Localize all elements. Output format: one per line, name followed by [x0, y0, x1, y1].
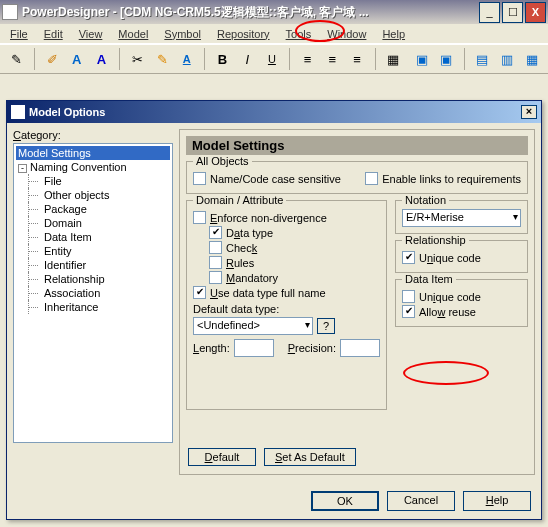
tb-pen-icon[interactable]: ✎ [152, 48, 173, 70]
toolbar: ✎ ✐ A A ✂ ✎ A B I U ≡ ≡ ≡ ▦ ▣ ▣ ▤ ▥ ▦ [0, 44, 548, 74]
menu-edit[interactable]: Edit [38, 26, 69, 42]
label-mandatory: Mandatory [226, 272, 278, 284]
menu-model[interactable]: Model [112, 26, 154, 42]
close-button[interactable]: X [525, 2, 546, 23]
tb-win4-icon[interactable]: ▥ [496, 48, 517, 70]
checkbox-check[interactable] [209, 241, 222, 254]
label-use-full-name: Use data type full name [210, 287, 326, 299]
tree-relationship[interactable]: Relationship [16, 272, 170, 286]
tb-bold-icon[interactable]: B [212, 48, 233, 70]
tb-align-center-icon[interactable]: ≡ [322, 48, 343, 70]
tb-font-a2-icon[interactable]: A [91, 48, 112, 70]
menu-symbol[interactable]: Symbol [158, 26, 207, 42]
menu-window[interactable]: Window [321, 26, 372, 42]
tb-win5-icon[interactable]: ▦ [521, 48, 542, 70]
group-title: Data Item [402, 273, 456, 285]
label-data-type: Data type [226, 227, 273, 239]
checkbox-data-type[interactable]: ✔ [209, 226, 222, 239]
checkbox-mandatory[interactable] [209, 271, 222, 284]
checkbox-name-code[interactable] [193, 172, 206, 185]
ok-button[interactable]: OK [311, 491, 379, 511]
checkbox-use-full-name[interactable]: ✔ [193, 286, 206, 299]
tb-brush-icon[interactable]: ✐ [42, 48, 63, 70]
tree-other-objects[interactable]: Other objects [16, 188, 170, 202]
checkbox-rules[interactable] [209, 256, 222, 269]
label-length: Length: [193, 342, 230, 354]
default-data-type-select[interactable]: <Undefined> [193, 317, 313, 335]
tb-win1-icon[interactable]: ▣ [411, 48, 432, 70]
separator [289, 48, 290, 70]
group-title: Relationship [402, 234, 469, 246]
section-heading: Model Settings [186, 136, 528, 155]
tree-entity[interactable]: Entity [16, 244, 170, 258]
tb-italic-icon[interactable]: I [237, 48, 258, 70]
help-button[interactable]: Help [463, 491, 531, 511]
checkbox-enforce[interactable] [193, 211, 206, 224]
tb-align-right-icon[interactable]: ≡ [347, 48, 368, 70]
label-enforce: Enforce non-divergence [210, 212, 327, 224]
menu-help[interactable]: Help [376, 26, 411, 42]
label-name-code: Name/Code case sensitive [210, 173, 341, 185]
menubar: File Edit View Model Symbol Repository T… [0, 24, 548, 44]
tree-package[interactable]: Package [16, 202, 170, 216]
precision-input[interactable] [340, 339, 380, 357]
dialog-footer: OK Cancel Help [311, 491, 531, 511]
tb-underline2-icon[interactable]: U [262, 48, 283, 70]
window-title: PowerDesigner - [CDM NG-CRM5.5逻辑模型::客户域,… [22, 4, 477, 21]
notation-select[interactable]: E/R+Merise [402, 209, 521, 227]
app-icon [2, 4, 18, 20]
model-options-dialog: Model Options × Category: Model Settings… [6, 100, 542, 520]
group-title: Domain / Attribute [193, 194, 286, 206]
tb-pointer-icon[interactable]: ✎ [6, 48, 27, 70]
label-enable-links: Enable links to requirements [382, 173, 521, 185]
default-button[interactable]: Default [188, 448, 256, 466]
group-title: Notation [402, 194, 449, 206]
tb-font-a1-icon[interactable]: A [66, 48, 87, 70]
label-allow-reuse: Allow reuse [419, 306, 476, 318]
tb-grid-icon[interactable]: ▦ [382, 48, 403, 70]
separator [204, 48, 205, 70]
help-type-button[interactable]: ? [317, 318, 335, 334]
tb-align-left-icon[interactable]: ≡ [297, 48, 318, 70]
category-tree[interactable]: Model Settings -Naming Convention File O… [13, 143, 173, 443]
tb-underline-icon[interactable]: A [176, 48, 197, 70]
tree-file[interactable]: File [16, 174, 170, 188]
category-panel: Category: Model Settings -Naming Convent… [13, 129, 173, 475]
tree-association[interactable]: Association [16, 286, 170, 300]
tree-domain[interactable]: Domain [16, 216, 170, 230]
group-notation: Notation E/R+Merise [395, 200, 528, 234]
checkbox-allow-reuse[interactable]: ✔ [402, 305, 415, 318]
checkbox-enable-links[interactable] [365, 172, 378, 185]
settings-panel: Model Settings All Objects Name/Code cas… [179, 129, 535, 475]
checkbox-di-unique[interactable] [402, 290, 415, 303]
separator [375, 48, 376, 70]
group-title: All Objects [193, 155, 252, 167]
tb-cut-icon[interactable]: ✂ [127, 48, 148, 70]
label-precision: Precision: [288, 342, 336, 354]
separator [464, 48, 465, 70]
tree-model-settings[interactable]: Model Settings [16, 146, 170, 160]
cancel-button[interactable]: Cancel [387, 491, 455, 511]
length-input[interactable] [234, 339, 274, 357]
tree-data-item[interactable]: Data Item [16, 230, 170, 244]
dialog-close-button[interactable]: × [521, 105, 537, 119]
label-rules: Rules [226, 257, 254, 269]
tree-inheritance[interactable]: Inheritance [16, 300, 170, 314]
menu-file[interactable]: File [4, 26, 34, 42]
category-label: Category: [13, 129, 173, 141]
minimize-button[interactable]: _ [479, 2, 500, 23]
maximize-button[interactable]: ☐ [502, 2, 523, 23]
menu-tools[interactable]: Tools [280, 26, 318, 42]
label-check: Check [226, 242, 257, 254]
tree-naming-convention[interactable]: -Naming Convention [16, 160, 170, 174]
separator [34, 48, 35, 70]
menu-view[interactable]: View [73, 26, 109, 42]
set-default-button[interactable]: Set As Default [264, 448, 356, 466]
tb-win3-icon[interactable]: ▤ [472, 48, 493, 70]
menu-repository[interactable]: Repository [211, 26, 276, 42]
tree-identifier[interactable]: Identifier [16, 258, 170, 272]
dialog-titlebar: Model Options × [7, 101, 541, 123]
tb-win2-icon[interactable]: ▣ [436, 48, 457, 70]
label-di-unique: Unique code [419, 291, 481, 303]
checkbox-rel-unique[interactable]: ✔ [402, 251, 415, 264]
